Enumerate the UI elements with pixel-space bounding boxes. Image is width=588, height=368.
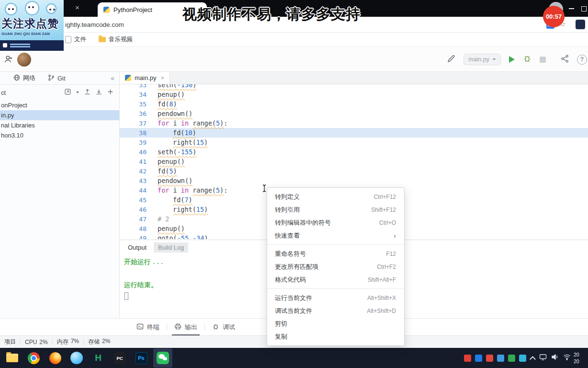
project-selector-label[interactable]: ct: [1, 89, 6, 96]
taskbar-pycharm[interactable]: PC: [110, 348, 129, 368]
line-number: 37: [120, 120, 147, 127]
taskbar-blue-app[interactable]: [67, 348, 86, 368]
menu-item[interactable]: 剪切: [267, 317, 404, 330]
tree-item[interactable]: hon3.10: [0, 130, 119, 140]
menu-shortcut: Alt+Shift+X: [367, 295, 396, 301]
code-line[interactable]: 40seth(-155): [120, 147, 588, 157]
menu-item[interactable]: 格式化代码Shift+Alt+F: [267, 273, 404, 286]
code-line[interactable]: 42fd(5): [120, 166, 588, 176]
code-line[interactable]: 36pendown(): [120, 109, 588, 118]
run-button[interactable]: [509, 56, 515, 63]
editor-tab-main-py[interactable]: main.py ×: [120, 72, 170, 84]
file-tree: onProjectin.pynal Librarieshon3.10: [0, 100, 119, 140]
tree-item[interactable]: onProject: [0, 100, 119, 110]
code-line[interactable]: 39right(15): [120, 138, 588, 147]
expand-icon[interactable]: [65, 89, 71, 96]
editor-tabbar: main.py ×: [120, 72, 588, 84]
taskbar-clock[interactable]: 20 20: [574, 352, 588, 365]
tray-icon[interactable]: [464, 355, 471, 362]
menu-item[interactable]: 运行当前文件Alt+Shift+X: [267, 291, 404, 304]
bookmark-folder[interactable]: 音乐视频: [99, 35, 133, 44]
panel-tab-output[interactable]: Output: [124, 242, 151, 253]
output-icon: [174, 323, 181, 332]
status-metric: 内存7%: [57, 338, 79, 346]
panel-tab-label: 终端: [147, 323, 159, 332]
minimize-button[interactable]: [569, 8, 574, 9]
collapse-sidebar-icon[interactable]: «: [111, 74, 114, 82]
tray-icon[interactable]: [519, 355, 526, 362]
invite-user-icon[interactable]: [4, 55, 13, 66]
context-menu: 转到定义Ctrl+F12转到引用Shift+F12转到编辑器中的符号Ctrl+O…: [267, 187, 405, 346]
help-button[interactable]: ?: [577, 55, 587, 65]
metric-label: 内存: [57, 338, 68, 346]
tree-item[interactable]: nal Libraries: [0, 120, 119, 130]
blue-app-icon: [70, 352, 83, 364]
terminal-icon: [136, 323, 144, 332]
add-file-icon[interactable]: [107, 89, 113, 96]
code-line[interactable]: 33seth(-150): [120, 84, 588, 90]
panel-tab-output[interactable]: 输出: [167, 319, 204, 336]
code-line[interactable]: 38fd(10): [120, 128, 588, 138]
code-line[interactable]: 35fd(8): [120, 99, 588, 109]
menu-item[interactable]: 更改所有匹配项Ctrl+F2: [267, 260, 404, 273]
run-target-select[interactable]: main.py: [464, 54, 501, 65]
code-text: for i in range(5):: [147, 119, 227, 127]
panel-tab-debug[interactable]: 调试: [205, 319, 242, 336]
debug-run-icon[interactable]: [523, 54, 531, 65]
url-text[interactable]: ightly.teamcode.com: [65, 17, 124, 33]
taskbar: HPCPs 20 20: [0, 348, 588, 368]
profile-avatar[interactable]: [576, 20, 585, 29]
tray-icon[interactable]: [475, 355, 482, 362]
bookmark-item[interactable]: 文件: [65, 35, 86, 44]
display-icon[interactable]: [539, 353, 547, 363]
user-avatar[interactable]: [17, 53, 31, 67]
menu-item[interactable]: 快速查看›: [267, 229, 404, 242]
code-line[interactable]: 41penup(): [120, 157, 588, 166]
menu-item[interactable]: 重命名符号F12: [267, 247, 404, 260]
code-line[interactable]: 34penup(): [120, 90, 588, 99]
taskbar-chrome[interactable]: [24, 348, 43, 368]
chevron-down-icon[interactable]: [76, 92, 79, 93]
taskbar-wechat[interactable]: [153, 348, 172, 368]
share-icon[interactable]: [561, 55, 569, 65]
stop-button[interactable]: [540, 57, 546, 63]
code-line[interactable]: 37for i in range(5):: [120, 118, 588, 128]
menu-item[interactable]: 转到引用Shift+F12: [267, 203, 404, 216]
inactive-tab-close-icon[interactable]: ×: [75, 3, 79, 12]
code-line[interactable]: 43pendown(): [120, 176, 588, 185]
menu-item[interactable]: 调试当前文件Alt+Shift+D: [267, 304, 404, 317]
menu-item[interactable]: 转到编辑器中的符号Ctrl+O: [267, 216, 404, 229]
taskbar-photoshop[interactable]: Ps: [132, 348, 151, 368]
sidebar-tabs: 网络 Git «: [0, 72, 119, 85]
firefox-icon: [49, 352, 61, 364]
taskbar-hbuilder[interactable]: H: [89, 348, 108, 368]
chevron-down-icon: [492, 58, 496, 60]
menu-item-label: 运行当前文件: [275, 294, 312, 302]
photoshop-icon: Ps: [136, 352, 147, 364]
panel-tab-build-log[interactable]: Build Log: [154, 242, 188, 253]
network-icon[interactable]: [563, 353, 571, 363]
download-icon[interactable]: [96, 89, 102, 96]
upload-icon[interactable]: [84, 89, 90, 96]
tree-item[interactable]: in.py: [0, 110, 119, 120]
volume-icon[interactable]: [551, 353, 559, 363]
maximize-button[interactable]: [581, 6, 587, 12]
tray-icon[interactable]: [508, 355, 515, 362]
text-cursor: [261, 184, 267, 195]
tray-icon[interactable]: [497, 355, 504, 362]
code-text: fd(5): [147, 167, 177, 175]
sidebar-tab-git[interactable]: Git: [48, 74, 66, 82]
taskbar-file-explorer[interactable]: [2, 348, 22, 368]
divider: [20, 339, 21, 345]
tray-icon[interactable]: [486, 355, 493, 362]
menu-item[interactable]: 转到定义Ctrl+F12: [267, 190, 404, 203]
panel-tab-terminal[interactable]: 终端: [129, 319, 167, 336]
sidebar-tab-network[interactable]: 网络: [13, 74, 35, 82]
close-tab-icon[interactable]: ×: [161, 74, 165, 81]
metric-label: 存储: [88, 338, 100, 346]
brush-icon[interactable]: [447, 55, 455, 65]
menu-item[interactable]: 复制: [267, 330, 404, 343]
bookmarks-bar: 文件 音乐视频: [0, 33, 588, 47]
taskbar-firefox[interactable]: [45, 348, 65, 368]
show-hidden-icons-chevron[interactable]: [530, 356, 536, 362]
